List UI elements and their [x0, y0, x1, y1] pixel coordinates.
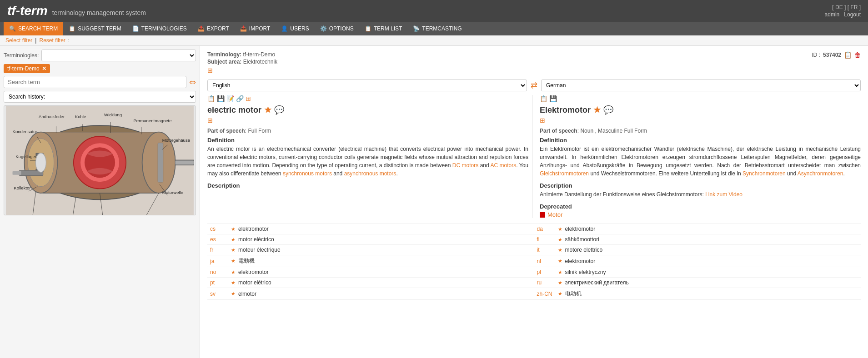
terminology-row: Terminology: tf-term-Demo [207, 51, 277, 58]
lang-star-icon: ★ [558, 258, 562, 264]
expand-icon-left[interactable]: ⊞ [246, 95, 251, 102]
lang-code[interactable]: it [537, 247, 555, 253]
nav-terminologies[interactable]: 📄 TERMINOLOGIES [127, 22, 192, 35]
nav-bar: 🔍 SEARCH TERM 📋 SUGGEST TERM 📄 TERMINOLO… [0, 22, 868, 35]
swap-languages-button[interactable]: ⇄ [531, 80, 537, 90]
lang-term: elektromotor [565, 226, 596, 232]
lang-star-icon: ★ [558, 226, 562, 232]
terminologies-row: Terminologies: [4, 50, 196, 61]
link-ac-motors[interactable]: AC motors [490, 162, 516, 169]
delete-id-icon[interactable]: 🗑 [854, 51, 861, 59]
motor-diagram: Andruckfeder Kohle Wicklung Permanentmag… [4, 105, 196, 215]
chat-icon-left[interactable]: 💬 [274, 105, 284, 115]
reset-filter-link[interactable]: Reset filter [39, 37, 65, 44]
nav-import[interactable]: 📥 IMPORT [235, 22, 276, 35]
link-synchronmotoren[interactable]: Synchronmotoren [743, 170, 786, 177]
star-icon-left[interactable]: ★ [264, 105, 271, 115]
copy-icon-right[interactable]: 📋 [540, 95, 547, 102]
app-logo: tf-term [7, 4, 48, 18]
nav-options[interactable]: ⚙️ OPTIONS [315, 22, 359, 35]
expand-plus-left[interactable]: ⊞ [207, 117, 528, 124]
deprecated-term-link[interactable]: Motor [547, 211, 562, 218]
lang-code[interactable]: fi [537, 236, 555, 243]
lang-row: zh-CN★电动机 [534, 288, 861, 300]
link-gleichstrommotoren[interactable]: Gleichstrommotoren [540, 170, 589, 177]
term-icons-right: 📋 💾 [540, 95, 861, 102]
lang-term: elektromotor [238, 226, 269, 232]
definition-body-left: An electric motor is an electromechanica… [207, 145, 528, 178]
lang-row: fr★moteur électrique [207, 245, 534, 255]
video-link[interactable]: Link zum Video [705, 191, 743, 198]
lang-code[interactable]: cs [210, 226, 228, 232]
svg-text:Wicklung: Wicklung [104, 112, 122, 117]
nav-termcasting[interactable]: 📡 TERMCASTING [407, 22, 467, 35]
select-filter-link[interactable]: Select filter [5, 37, 32, 44]
nav-term-list[interactable]: 📋 TERM LIST [359, 22, 408, 35]
main-layout: Terminologies: tf-term-Demo ✕ ⇔ Search h… [0, 46, 868, 358]
save-icon-right[interactable]: 💾 [549, 95, 557, 102]
id-area: ID : 537402 📋 🗑 [812, 51, 861, 59]
deprecated-val: Motor [540, 211, 861, 218]
lang-code[interactable]: es [210, 236, 228, 243]
search-input[interactable] [4, 76, 186, 88]
nav-suggest-term[interactable]: 📋 SUGGEST TERM [63, 22, 127, 35]
definition-title-right: Definition [540, 137, 861, 144]
remove-filter-button[interactable]: ✕ [42, 65, 46, 72]
lang-switcher[interactable]: [ DE ] [ FR ] [825, 4, 861, 10]
lang-term: elmotor [238, 291, 256, 297]
lang-row: nl★elektromotor [534, 255, 861, 267]
link-asynchronous-motors[interactable]: asynchronous motors [344, 170, 396, 177]
lang-code[interactable]: pt [210, 279, 228, 286]
svg-rect-15 [158, 143, 163, 182]
lang-code[interactable]: fr [210, 247, 228, 253]
copy-id-icon[interactable]: 📋 [844, 51, 852, 59]
link-dc-motors[interactable]: DC motors [452, 162, 478, 169]
nav-export[interactable]: 📤 EXPORT [192, 22, 235, 35]
expand-subject-icon[interactable]: ⊞ [207, 67, 277, 74]
nav-search-term[interactable]: 🔍 SEARCH TERM [4, 22, 63, 35]
external-icon-left[interactable]: 🔗 [236, 95, 244, 102]
lang-select-left[interactable]: English [207, 80, 527, 91]
star-icon-right[interactable]: ★ [593, 105, 601, 115]
search-history-select[interactable]: Search history: [4, 91, 196, 103]
lang-code[interactable]: pl [537, 269, 555, 275]
history-row: Search history: [4, 91, 196, 103]
subject-area-row: Subject area: Elektrotechnik [207, 59, 277, 65]
lang-row: es★motor eléctrico [207, 234, 534, 245]
content-meta: Terminology: tf-term-Demo Subject area: … [207, 51, 861, 78]
chat-icon-right[interactable]: 💬 [603, 105, 613, 115]
search-row: ⇔ [4, 76, 196, 88]
save-icon-left[interactable]: 💾 [217, 95, 225, 102]
filter-tag-area: tf-term-Demo ✕ [4, 64, 196, 73]
lang-code[interactable]: zh-CN [537, 291, 555, 297]
lang-code[interactable]: da [537, 226, 555, 232]
logout-link[interactable]: Logout [844, 11, 861, 18]
link-asynchronmotoren[interactable]: Asynchronmotoren [798, 170, 843, 177]
lang-star-icon: ★ [231, 280, 236, 286]
lang-code[interactable]: ru [537, 279, 555, 286]
cast-icon: 📡 [413, 25, 420, 32]
nav-users[interactable]: 👤 USERS [276, 22, 314, 35]
lang-code[interactable]: sv [210, 291, 228, 297]
lang-code[interactable]: ja [210, 258, 228, 264]
copy-icon-left[interactable]: 📋 [207, 95, 215, 102]
expand-plus-right[interactable]: ⊞ [540, 117, 861, 124]
terminologies-select[interactable] [41, 50, 196, 61]
terminology-info: Terminology: tf-term-Demo Subject area: … [207, 51, 277, 78]
lang-star-icon: ★ [231, 226, 236, 232]
edit-icon-left[interactable]: 📝 [226, 95, 234, 102]
svg-text:Kondensator: Kondensator [13, 129, 38, 134]
search-direction-icon[interactable]: ⇔ [189, 77, 196, 87]
lang-term: motore elettrico [565, 247, 603, 253]
lang-code[interactable]: nl [537, 258, 555, 264]
lang-term: 电动机 [565, 290, 582, 298]
description-right: Description Animierte Darstellung der Fu… [540, 182, 861, 199]
header: tf-term terminology management system [ … [0, 0, 868, 22]
link-synchronous-motors[interactable]: synchronous motors [283, 170, 332, 177]
description-title-left: Description [207, 182, 528, 189]
language-grid: cs★elektromotorda★elektromotores★motor e… [207, 224, 861, 300]
lang-row: pl★silnik elektryczny [534, 267, 861, 278]
lang-code[interactable]: no [210, 269, 228, 275]
lang-star-icon: ★ [558, 291, 562, 297]
lang-select-right[interactable]: German [541, 80, 861, 91]
